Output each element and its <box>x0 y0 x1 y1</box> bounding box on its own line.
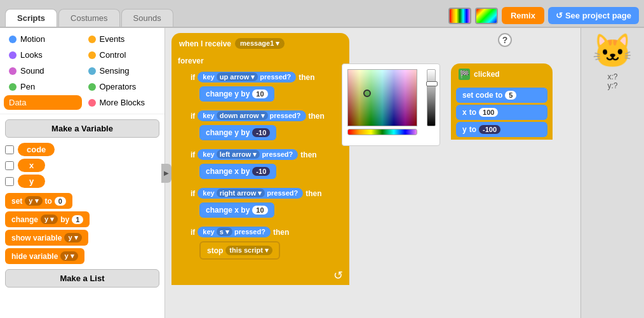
set-y-val[interactable]: -100 <box>479 125 500 134</box>
stop-block[interactable]: stop this script ▾ <box>199 241 280 260</box>
sidebar-item-motion[interactable]: Motion <box>4 32 82 46</box>
make-variable-button[interactable]: Make a Variable <box>5 119 159 138</box>
stop-dropdown[interactable]: this script ▾ <box>225 246 272 255</box>
tab-costumes[interactable]: Costumes <box>58 9 120 27</box>
sidebar-item-events[interactable]: Events <box>83 32 161 46</box>
if-label-0: if <box>191 73 195 82</box>
show-var-dropdown[interactable]: y ▾ <box>64 233 81 242</box>
var-pill-y[interactable]: y <box>18 175 45 188</box>
var-item-y: y <box>5 175 159 188</box>
change-var-dropdown[interactable]: y ▾ <box>41 215 58 224</box>
hide-var-dropdown[interactable]: y ▾ <box>60 251 77 261</box>
change-x-right-label: change x by <box>206 206 250 215</box>
when-receive-label: when I receive <box>179 39 231 48</box>
sidebar-item-sound[interactable]: Sound <box>4 63 82 78</box>
tab-scripts[interactable]: Scripts <box>5 9 57 27</box>
key-label-1: key down arrow ▾ pressed? <box>198 110 305 121</box>
forever-block[interactable]: forever if key up arrow ▾ pressed? then … <box>171 54 349 285</box>
if-block-left[interactable]: if key left arrow ▾ pressed? then change… <box>187 147 349 184</box>
if-block-up[interactable]: if key up arrow ▾ pressed? then change y… <box>187 69 349 107</box>
sensing-dot <box>88 67 96 75</box>
if-label-1: if <box>191 112 195 121</box>
clicked-label: clicked <box>474 70 500 79</box>
sprite-coords: x:? y:? <box>607 72 617 90</box>
when-receive-hat[interactable]: when I receive message1 ▾ <box>171 33 349 54</box>
set-code-val[interactable]: 5 <box>505 91 516 100</box>
change-x-left-block[interactable]: change x by -10 <box>199 164 276 179</box>
sidebar-item-control[interactable]: Control <box>83 48 161 62</box>
y-coord: y:? <box>607 81 617 90</box>
var-pill-code[interactable]: code <box>18 143 55 156</box>
var-pill-x[interactable]: x <box>18 159 45 172</box>
var-checkbox-y[interactable] <box>5 177 14 186</box>
set-x-block[interactable]: x to 100 <box>456 105 547 120</box>
var-checkbox-code[interactable] <box>5 145 14 154</box>
color-palette-btn1[interactable] <box>448 8 471 24</box>
left-panel: Motion Events Looks Control Sound Sensin… <box>0 28 165 318</box>
change-y-up-block[interactable]: change y by 10 <box>199 86 274 102</box>
sidebar-item-operators[interactable]: Operators <box>83 79 161 94</box>
color-palette-btn2[interactable] <box>475 8 498 24</box>
color-gradient-area[interactable] <box>347 69 417 126</box>
looks-label: Looks <box>20 50 43 60</box>
hide-variable-block[interactable]: hide variable y ▾ <box>5 248 84 264</box>
more-blocks-dot <box>88 99 96 107</box>
right-panel: 🐱 x:? y:? <box>580 28 644 318</box>
if-label-4: if <box>191 228 195 237</box>
green-flag-hat[interactable]: 🏁 clicked <box>451 63 553 85</box>
change-x-right-block[interactable]: change x by 10 <box>199 202 274 218</box>
make-list-button[interactable]: Make a List <box>5 269 159 288</box>
sidebar-item-data[interactable]: Data <box>4 95 82 110</box>
events-dot <box>88 36 96 43</box>
set-var-dropdown[interactable]: y ▾ <box>25 196 42 206</box>
change-block[interactable]: change y ▾ by 1 <box>5 211 90 227</box>
set-code-block[interactable]: set code to 5 <box>456 88 547 103</box>
script-area[interactable]: when I receive message1 ▾ forever if key… <box>165 28 580 318</box>
operators-label: Operators <box>100 82 137 91</box>
events-label: Events <box>100 34 125 44</box>
cat-sprite: 🐱 <box>592 34 633 67</box>
if-block-right[interactable]: if key right arrow ▾ pressed? then chang… <box>187 185 349 223</box>
var-checkbox-x[interactable] <box>5 161 14 170</box>
flag-clicked-script: 🏁 clicked set code to 5 x to 100 y to -1… <box>451 63 553 140</box>
set-block[interactable]: set y ▾ to 0 <box>5 193 72 209</box>
sidebar-item-sensing[interactable]: Sensing <box>83 63 161 78</box>
show-variable-label: show variable <box>11 234 62 242</box>
sidebar-item-more-blocks[interactable]: More Blocks <box>83 95 161 110</box>
change-val-input[interactable]: 1 <box>72 215 83 224</box>
sound-dot <box>9 67 17 75</box>
color-picker-circle[interactable] <box>363 89 371 97</box>
message-dropdown[interactable]: message1 ▾ <box>235 38 285 49</box>
help-button[interactable]: ? <box>498 33 512 47</box>
set-y-block[interactable]: y to -100 <box>456 122 547 137</box>
remix-button[interactable]: Remix <box>502 7 544 24</box>
looks-dot <box>9 51 17 59</box>
if-block-s[interactable]: if key s ▾ pressed? then stop this scrip… <box>187 224 349 265</box>
see-project-button[interactable]: ↺ See project page <box>548 7 639 24</box>
show-variable-block[interactable]: show variable y ▾ <box>5 230 88 246</box>
change-y-up-val[interactable]: 10 <box>252 89 267 98</box>
color-picker-overlay <box>342 63 440 146</box>
pen-label: Pen <box>20 82 35 91</box>
change-y-down-val[interactable]: -10 <box>252 128 270 137</box>
slider-thumb[interactable] <box>426 81 438 86</box>
set-val-input[interactable]: 0 <box>55 197 66 206</box>
data-label: Data <box>9 98 26 107</box>
color-brightness-slider[interactable] <box>427 69 436 126</box>
set-x-val[interactable]: 100 <box>479 108 498 117</box>
color-rainbow-bar[interactable] <box>347 129 417 135</box>
loop-arrow-icon: ↺ <box>333 268 343 282</box>
control-label: Control <box>100 50 126 60</box>
sidebar-item-looks[interactable]: Looks <box>4 48 82 62</box>
key-label-0: key up arrow ▾ pressed? <box>198 72 296 83</box>
change-x-left-val[interactable]: -10 <box>252 167 270 176</box>
collapse-panel-arrow[interactable]: ▶ <box>161 164 171 183</box>
motion-dot <box>9 36 17 43</box>
sidebar-item-pen[interactable]: Pen <box>4 79 82 94</box>
if-block-down[interactable]: if key down arrow ▾ pressed? then change… <box>187 108 349 145</box>
tab-sounds[interactable]: Sounds <box>121 9 173 27</box>
main-script-group: when I receive message1 ▾ forever if key… <box>171 33 349 285</box>
forever-label: forever <box>171 54 349 68</box>
change-y-down-block[interactable]: change y by -10 <box>199 125 276 140</box>
change-x-right-val[interactable]: 10 <box>252 206 267 215</box>
